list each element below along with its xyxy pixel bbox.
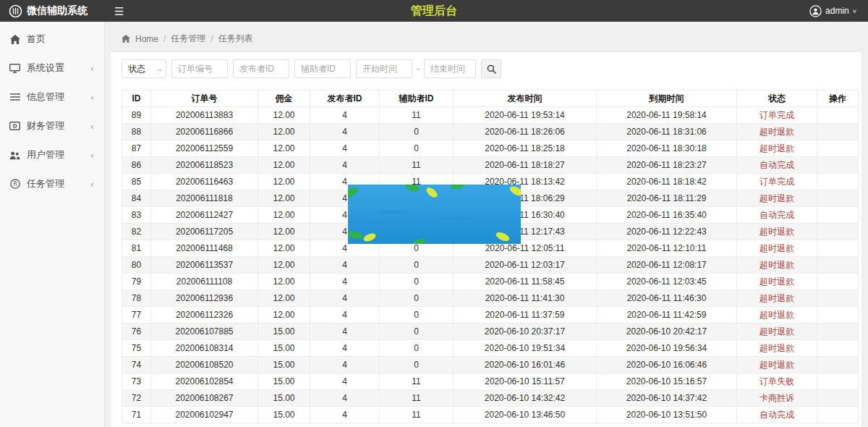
sidebar-item-task-management[interactable]: R任务管理‹ <box>0 169 104 198</box>
cell-publisher-id: 4 <box>310 124 380 140</box>
chevron-left-icon: ‹ <box>90 92 94 103</box>
cell-status: 超时退款 <box>737 240 817 257</box>
breadcrumb-home[interactable]: Home <box>135 34 158 44</box>
order-number-input[interactable] <box>171 59 228 78</box>
cell-order-no: 202006111818 <box>151 190 258 207</box>
cell-helper-id: 11 <box>380 373 454 390</box>
cell-publisher-id: 4 <box>310 157 380 174</box>
cell-expire-time: 2020-06-11 12:08:17 <box>597 257 737 274</box>
cell-op <box>817 190 859 207</box>
cell-status: 超时退款 <box>737 224 817 240</box>
admin-dropdown[interactable]: admin ˅ <box>809 5 868 17</box>
helper-id-input[interactable] <box>294 59 351 78</box>
sidebar-item-home[interactable]: 首页 <box>0 25 104 54</box>
start-time-input[interactable] <box>356 59 412 78</box>
cell-publisher-id: 4 <box>310 357 380 373</box>
cell-op <box>817 324 859 340</box>
chevron-left-icon: ‹ <box>90 63 94 74</box>
table-row: 8020200611353712.00402020-06-11 12:03:17… <box>122 257 859 274</box>
breadcrumb-task-list: 任务列表 <box>218 33 253 45</box>
cell-helper-id: 0 <box>380 357 454 373</box>
cell-publisher-id: 4 <box>310 107 380 124</box>
cell-helper-id: 11 <box>380 390 454 407</box>
table-row: 7420200610852015.00402020-06-10 16:01:46… <box>122 357 859 373</box>
cell-status: 超时退款 <box>737 274 817 290</box>
app-logo[interactable]: 微信辅助系统 <box>0 4 109 18</box>
column-header: 佣金 <box>258 90 310 107</box>
search-button[interactable] <box>481 59 501 78</box>
chevron-left-icon: ‹ <box>90 121 94 132</box>
cell-id: 75 <box>122 340 151 357</box>
sidebar-item-label: 系统设置 <box>27 62 64 75</box>
end-time-input[interactable] <box>424 59 476 78</box>
cell-publish-time: 2020-06-11 12:03:17 <box>454 257 597 274</box>
cell-id: 77 <box>122 307 151 324</box>
cell-helper-id: 0 <box>380 324 454 340</box>
cell-order-no: 202006102854 <box>151 373 258 390</box>
cell-order-no: 202006112936 <box>151 290 258 307</box>
cell-order-no: 202006102947 <box>151 407 258 423</box>
page-title: 管理后台 <box>217 4 651 19</box>
app-title: 微信辅助系统 <box>27 4 88 17</box>
cell-id: 78 <box>122 290 151 307</box>
cell-order-no: 202006112427 <box>151 207 258 224</box>
cell-expire-time: 2020-06-10 16:06:46 <box>597 357 737 373</box>
cell-expire-time: 2020-06-11 18:30:18 <box>597 140 737 157</box>
sidebar-item-system-settings[interactable]: 系统设置‹ <box>0 54 104 83</box>
cell-op <box>817 357 859 373</box>
cell-op <box>817 274 859 290</box>
publisher-id-input[interactable] <box>233 59 289 78</box>
sidebar-item-user-management[interactable]: 用户管理‹ <box>0 140 104 169</box>
cell-status: 超时退款 <box>737 307 817 324</box>
hamburger-menu-icon[interactable]: ☰ <box>114 6 124 17</box>
cell-op <box>817 124 859 140</box>
cell-publish-time: 2020-06-10 20:37:17 <box>454 324 597 340</box>
cell-expire-time: 2020-06-11 18:31:06 <box>597 124 737 140</box>
cell-op <box>817 373 859 390</box>
chevron-down-icon: ˅ <box>853 8 856 15</box>
sidebar-item-label: 任务管理 <box>27 177 64 190</box>
cell-publish-time: 2020-06-11 11:37:59 <box>454 307 597 324</box>
desktop-icon <box>9 63 20 74</box>
chevron-left-icon: ‹ <box>90 150 94 161</box>
cell-op <box>817 307 859 324</box>
cell-expire-time: 2020-06-11 12:10:11 <box>597 240 737 257</box>
cell-op <box>817 390 859 407</box>
sidebar-item-info-management[interactable]: 信息管理‹ <box>0 83 104 111</box>
cell-helper-id: 11 <box>380 407 454 423</box>
finance-icon <box>9 121 20 132</box>
cell-id: 85 <box>122 174 151 190</box>
status-select[interactable]: 状态 <box>122 59 166 78</box>
censored-image-overlay <box>348 185 521 244</box>
cell-status: 订单完成 <box>737 107 817 124</box>
breadcrumb-separator: / <box>163 34 166 44</box>
cell-commission: 15.00 <box>258 357 310 373</box>
cell-op <box>817 174 859 190</box>
table-row: 7320200610285415.004112020-06-10 15:11:5… <box>122 373 859 390</box>
tasks-icon: R <box>9 179 20 190</box>
cell-order-no: 202006116866 <box>151 124 258 140</box>
cell-op <box>817 107 859 124</box>
table-row: 7820200611293612.00402020-06-11 11:41:30… <box>122 290 859 307</box>
cell-publish-time: 2020-06-10 19:51:34 <box>454 340 597 357</box>
column-header: 到期时间 <box>597 90 737 107</box>
cell-order-no: 202006111108 <box>151 274 258 290</box>
breadcrumb-task-management[interactable]: 任务管理 <box>171 33 205 45</box>
cell-order-no: 202006112326 <box>151 307 258 324</box>
cell-publisher-id: 4 <box>310 340 380 357</box>
filter-bar: 状态 ⌄ - <box>122 59 852 78</box>
sidebar-item-finance-management[interactable]: 财务管理‹ <box>0 111 104 140</box>
cell-publish-time: 2020-06-11 18:26:06 <box>454 124 597 140</box>
chevron-left-icon: ‹ <box>90 179 94 190</box>
logo-seal-icon <box>9 4 22 18</box>
cell-helper-id: 0 <box>380 307 454 324</box>
svg-text:R: R <box>13 181 17 187</box>
column-header: 状态 <box>737 90 817 107</box>
cell-commission: 12.00 <box>258 307 310 324</box>
cell-order-no: 202006116463 <box>151 174 258 190</box>
cell-publish-time: 2020-06-10 13:46:50 <box>454 407 597 423</box>
magnifier-icon <box>487 64 496 74</box>
cell-publish-time: 2020-06-11 11:41:30 <box>454 290 597 307</box>
cell-order-no: 202006108314 <box>151 340 258 357</box>
cell-status: 超时退款 <box>737 257 817 274</box>
